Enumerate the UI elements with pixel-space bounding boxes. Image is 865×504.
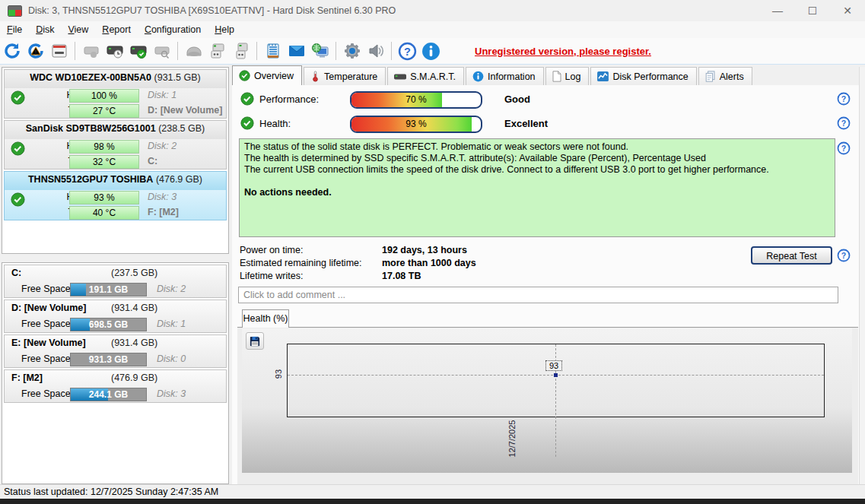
toolbar-separator — [256, 42, 257, 60]
disk-number: Disk: 3 — [148, 192, 176, 202]
chart-data-point — [554, 373, 558, 377]
disk-remove-icon[interactable] — [80, 40, 102, 62]
disk-search-icon[interactable] — [151, 40, 173, 62]
disk-clock-icon[interactable] — [103, 40, 126, 62]
register-link[interactable]: Unregistered version, please register. — [475, 46, 651, 57]
poweron-value: 192 days, 13 hours — [382, 245, 467, 255]
disk-name: THNSN5512GPU7 TOSHIBA — [28, 174, 153, 185]
partition-item-f[interactable]: F: [M2](476.9 GB) Free Space 244.1 GB Di… — [4, 369, 227, 403]
temp-bar: 40 °C — [69, 206, 139, 220]
health-meter: 93 % — [350, 116, 482, 133]
menu-view[interactable]: View — [61, 23, 95, 36]
partition-size: (237.5 GB) — [111, 268, 157, 278]
chart-icon — [597, 71, 609, 81]
disk-power-alt-icon[interactable] — [230, 40, 252, 62]
app-window: Disk: 3, THNSN5512GPU7 TOSHIBA [X69S10EA… — [0, 0, 865, 504]
status-line: The health is determined by SSD specific… — [244, 153, 830, 164]
maximize-button[interactable]: ☐ — [795, 0, 830, 21]
pages-icon — [705, 71, 716, 82]
svg-text:?: ? — [841, 94, 846, 103]
vertical-scrollbar[interactable] — [859, 67, 865, 484]
document-icon — [552, 71, 561, 82]
menu-report[interactable]: Report — [95, 23, 138, 36]
info-icon[interactable] — [420, 40, 442, 62]
disk-item-toshiba-selected[interactable]: THNSN5512GPU7 TOSHIBA (476.9 GB) Health:… — [4, 171, 227, 220]
save-chart-button[interactable] — [246, 332, 264, 350]
comment-input[interactable] — [238, 287, 838, 303]
sound-icon[interactable] — [364, 40, 386, 62]
performance-value: 70 % — [351, 93, 481, 107]
partition-item-c[interactable]: C:(237.5 GB) Free Space 191.1 GB Disk: 2 — [4, 265, 227, 298]
window-title: Disk: 3, THNSN5512GPU7 TOSHIBA [X69S10EA… — [28, 5, 396, 16]
toolbar-separator — [177, 42, 178, 60]
status-line: The status of the solid state disk is PE… — [244, 141, 830, 153]
repeat-test-button[interactable]: Repeat Test — [751, 246, 832, 265]
refresh-icon[interactable] — [1, 40, 23, 62]
title-bar[interactable]: Disk: 3, THNSN5512GPU7 TOSHIBA [X69S10EA… — [0, 0, 865, 21]
disk-dome-icon[interactable] — [183, 40, 205, 62]
help-icon[interactable]: ? — [837, 141, 851, 155]
svg-text:?: ? — [841, 251, 846, 260]
disk-status-textbox: The status of the solid state disk is PE… — [239, 138, 835, 237]
disk-ok-icon[interactable] — [127, 40, 149, 62]
disk-item-sandisk[interactable]: SanDisk SD9TB8W256G1001 (238.5 GB) Healt… — [4, 120, 227, 170]
disk-name: WDC WD10EZEX-00BN5A0 — [30, 72, 151, 83]
close-button[interactable]: ✕ — [830, 0, 865, 21]
free-space-value: 244.1 GB — [71, 388, 146, 401]
disk-list[interactable]: WDC WD10EZEX-00BN5A0 (931.5 GB) Health: … — [2, 67, 229, 254]
mail-icon[interactable] — [285, 40, 307, 62]
disk-size: (238.5 GB) — [158, 123, 205, 134]
help-icon[interactable]: ? — [396, 40, 418, 62]
tab-smart[interactable]: S.M.A.R.T. — [387, 67, 464, 85]
partition-item-d[interactable]: D: [New Volume](931.4 GB) Free Space 698… — [4, 300, 227, 333]
svg-text:?: ? — [841, 119, 846, 128]
menu-configuration[interactable]: Configuration — [138, 23, 208, 36]
menu-file[interactable]: File — [0, 23, 29, 36]
tab-overview[interactable]: Overview — [232, 65, 302, 85]
free-space-label: Free Space — [21, 284, 71, 294]
chart-tab-health[interactable]: Health (%) — [242, 309, 289, 328]
tab-disk-performance[interactable]: Disk Performance — [590, 67, 696, 85]
help-icon[interactable]: ? — [837, 92, 851, 106]
help-icon[interactable]: ? — [837, 116, 851, 130]
free-space-value: 698.5 GB — [71, 319, 146, 331]
partition-name: D: [New Volume] — [11, 303, 86, 313]
poweron-label: Power on time: — [240, 245, 382, 255]
health-bar: 100 % — [69, 89, 139, 103]
partition-name: C: — [11, 268, 21, 278]
tab-log[interactable]: Log — [545, 67, 590, 85]
notes-icon[interactable] — [262, 40, 284, 62]
tab-information[interactable]: Information — [466, 67, 544, 85]
free-space-label: Free Space — [21, 353, 71, 364]
partition-item-e[interactable]: E: [New Volume](931.4 GB) Free Space 931… — [4, 334, 227, 368]
disk-item-wdc[interactable]: WDC WD10EZEX-00BN5A0 (931.5 GB) Health: … — [4, 69, 227, 119]
tab-temperature[interactable]: Temperature — [304, 67, 386, 85]
minimize-button[interactable]: — — [760, 0, 795, 21]
toolbar-separator — [75, 42, 75, 60]
report-disk-icon[interactable] — [48, 40, 70, 62]
disk-size: (931.5 GB) — [154, 72, 201, 83]
lifetime-value: more than 1000 days — [382, 258, 476, 268]
temp-bar: 27 °C — [69, 104, 139, 118]
performance-ok-icon — [240, 92, 254, 109]
svg-text:?: ? — [841, 144, 846, 153]
free-space-bar: 191.1 GB — [70, 283, 147, 296]
partition-list[interactable]: C:(237.5 GB) Free Space 191.1 GB Disk: 2… — [2, 262, 229, 484]
disk-power-icon[interactable] — [206, 40, 228, 62]
temp-bar: 32 °C — [69, 155, 139, 169]
health-rating: Excellent — [504, 118, 548, 129]
network-icon[interactable] — [309, 40, 331, 62]
menu-help[interactable]: Help — [208, 23, 241, 36]
settings-gear-icon[interactable] — [341, 40, 363, 62]
disk-name: SanDisk SD9TB8W256G1001 — [26, 123, 156, 134]
partition-disk: Disk: 3 — [157, 388, 186, 399]
menu-disk[interactable]: Disk — [29, 23, 61, 36]
app-logo-icon — [8, 5, 22, 17]
disk-volume: C: — [148, 156, 157, 166]
help-icon[interactable]: ? — [837, 249, 851, 262]
refresh-warning-icon[interactable] — [24, 40, 46, 62]
tab-alerts[interactable]: Alerts — [698, 67, 752, 85]
info-icon — [472, 71, 484, 82]
health-value: 93 % — [351, 117, 481, 132]
toolbar-separator — [391, 42, 392, 60]
